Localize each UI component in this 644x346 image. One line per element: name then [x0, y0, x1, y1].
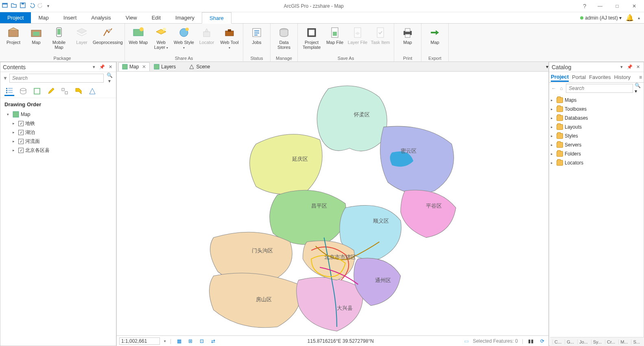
tree-map-root[interactable]: ▾ Map	[3, 110, 114, 119]
bottom-tab[interactable]: C...	[552, 339, 563, 344]
close-button[interactable]: ✕	[626, 0, 642, 12]
layer-item[interactable]: ▸✓湖泊	[3, 128, 114, 137]
expand-icon[interactable]: ▸	[551, 134, 555, 138]
saveas-project-template-button[interactable]: Project Template	[300, 24, 323, 51]
panel-dropdown-icon[interactable]: ▾	[91, 64, 97, 70]
list-by-perspective-icon[interactable]	[87, 86, 97, 96]
contents-search-input[interactable]	[9, 74, 104, 83]
share-web-map-button[interactable]: Web Map	[127, 24, 149, 46]
list-by-selection-icon[interactable]	[32, 86, 42, 96]
expand-icon[interactable]: ▸	[551, 107, 555, 111]
qat-redo-icon[interactable]	[37, 2, 44, 10]
maximize-button[interactable]: □	[609, 0, 625, 12]
close-tab-icon[interactable]: ✕	[142, 64, 146, 70]
layer-item[interactable]: ▸✓河流面	[3, 137, 114, 146]
manage-data-stores-button[interactable]: Data Stores	[273, 24, 295, 51]
catalog-item[interactable]: ▸Databases	[551, 114, 642, 123]
expand-icon[interactable]: ▸	[551, 143, 555, 147]
layer-checkbox[interactable]: ✓	[18, 148, 24, 153]
layer-item[interactable]: ▸✓地铁	[3, 119, 114, 128]
layer-checkbox[interactable]: ✓	[18, 130, 24, 135]
back-icon[interactable]: ←	[551, 84, 557, 92]
expand-icon[interactable]: ▸	[551, 116, 555, 120]
status-tool-4-icon[interactable]: ⇄	[210, 337, 217, 345]
bottom-tab[interactable]: M...	[618, 339, 629, 344]
list-by-drawing-order-icon[interactable]	[4, 86, 14, 96]
scale-dropdown-icon[interactable]: ▾	[164, 339, 166, 343]
bottom-tab[interactable]: S...	[631, 339, 642, 344]
panel-pin-icon[interactable]: 📌	[627, 64, 633, 70]
print-map-button[interactable]: Map	[397, 24, 419, 46]
ribbon-tab-edit[interactable]: Edit	[144, 12, 168, 23]
catalog-item[interactable]: ▸Folders	[551, 149, 642, 158]
catalog-item[interactable]: ▸Styles	[551, 131, 642, 140]
qat-save-icon[interactable]	[20, 2, 26, 10]
catalog-tab-project[interactable]: Project	[551, 73, 569, 82]
view-tab-scene[interactable]: Scene	[186, 62, 213, 71]
ribbon-tab-project[interactable]: Project	[0, 12, 31, 23]
list-by-source-icon[interactable]	[18, 86, 28, 96]
status-tool-3-icon[interactable]: ⊡	[198, 337, 205, 345]
catalog-item[interactable]: ▸Servers	[551, 140, 642, 149]
search-icon[interactable]: 🔍 ▾	[105, 72, 114, 84]
panel-close-icon[interactable]: ✕	[635, 64, 641, 70]
expand-icon[interactable]: ▸	[551, 152, 555, 156]
package-geoprocessing-button[interactable]: Geoprocessing	[94, 24, 122, 46]
expand-icon[interactable]: ▸	[551, 161, 555, 165]
share-web-tool-button[interactable]: Web Tool ▾	[218, 24, 240, 52]
layer-item[interactable]: ▸✓北京各区县	[3, 146, 114, 155]
help-icon[interactable]: ?	[577, 3, 592, 9]
layer-checkbox[interactable]: ✓	[18, 121, 24, 126]
view-tab-map[interactable]: Map ✕	[118, 62, 150, 71]
search-icon[interactable]: 🔍 ▾	[635, 83, 642, 94]
selection-icon[interactable]: ▭	[464, 338, 469, 344]
catalog-item[interactable]: ▸Toolboxes	[551, 105, 642, 114]
map-canvas[interactable]: 怀柔区密云区延庆区昌平区顺义区平谷区门头沟区北京市市辖区通州区房山区大兴县	[117, 72, 548, 335]
share-web-style-button[interactable]: Web Style ▾	[173, 24, 195, 52]
list-by-labeling-icon[interactable]	[74, 86, 83, 96]
catalog-menu-icon[interactable]: ≡	[639, 74, 642, 80]
qat-undo-icon[interactable]	[28, 2, 35, 10]
package-project-button[interactable]: Project	[2, 24, 24, 46]
catalog-tab-portal[interactable]: Portal	[572, 73, 586, 81]
notifications-icon[interactable]: 🔔	[626, 14, 634, 22]
panel-dropdown-icon[interactable]: ▾	[618, 64, 625, 70]
qat-open-icon[interactable]	[11, 2, 17, 10]
filter-icon[interactable]: ▼	[3, 75, 8, 81]
expand-icon[interactable]: ▸	[551, 125, 555, 129]
ribbon-tab-analysis[interactable]: Analysis	[84, 12, 118, 23]
list-by-snapping-icon[interactable]	[60, 86, 70, 96]
ribbon-tab-insert[interactable]: Insert	[56, 12, 84, 23]
bottom-tab[interactable]: Jo...	[577, 339, 589, 344]
expand-icon[interactable]: ▸	[551, 98, 555, 102]
package-mobile-map-button[interactable]: Mobile Map	[48, 24, 70, 51]
qat-new-icon[interactable]	[2, 2, 8, 10]
minimize-button[interactable]: —	[592, 0, 608, 12]
status-jobs-button[interactable]: Jobs	[246, 24, 268, 46]
share-web-layer-button[interactable]: Web Layer ▾	[150, 24, 172, 52]
list-by-editing-icon[interactable]	[46, 86, 56, 96]
pause-drawing-icon[interactable]: ▮▮	[527, 337, 535, 345]
export-map-button[interactable]: Map	[424, 24, 446, 46]
layer-checkbox[interactable]: ✓	[18, 139, 24, 144]
expand-icon[interactable]: ▸	[13, 130, 17, 134]
qat-dropdown-icon[interactable]: ▼	[46, 4, 50, 8]
catalog-item[interactable]: ▸Locators	[551, 158, 642, 167]
collapse-ribbon-icon[interactable]: ▴	[638, 15, 640, 20]
catalog-search-input[interactable]	[566, 84, 633, 93]
panel-close-icon[interactable]: ✕	[107, 64, 114, 70]
expand-icon[interactable]: ▸	[13, 148, 17, 152]
collapse-icon[interactable]: ▾	[7, 112, 11, 116]
scale-input[interactable]: 1:1,002,661	[119, 337, 160, 345]
ribbon-tab-map[interactable]: Map	[31, 12, 56, 23]
saveas-map-file-button[interactable]: Map File	[324, 24, 346, 46]
catalog-tab-history[interactable]: History	[614, 73, 631, 81]
home-icon[interactable]: ⌂	[559, 84, 565, 92]
ribbon-tab-view[interactable]: View	[118, 12, 144, 23]
panel-pin-icon[interactable]: 📌	[99, 64, 105, 70]
catalog-item[interactable]: ▸Layouts	[551, 123, 642, 131]
status-tool-1-icon[interactable]: ▦	[175, 337, 183, 345]
user-label[interactable]: admin (AJ test) ▾	[580, 15, 622, 21]
view-tab-layers[interactable]: Layers	[151, 62, 179, 71]
expand-icon[interactable]: ▸	[13, 121, 17, 125]
